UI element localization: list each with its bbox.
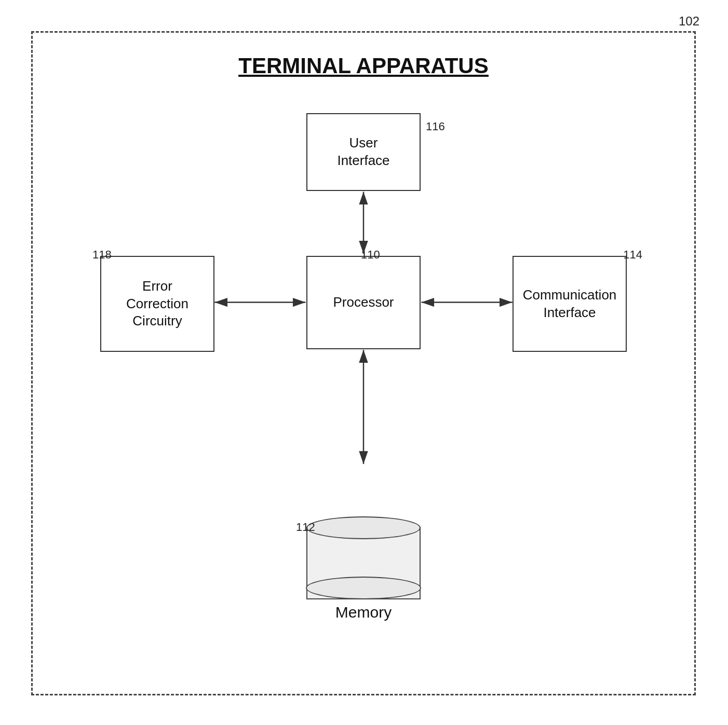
processor-block: Processor <box>306 256 421 349</box>
user-interface-block: UserInterface <box>306 113 421 191</box>
memory-cylinder <box>306 516 421 599</box>
cylinder-bottom <box>306 577 421 599</box>
ref-114: 114 <box>623 248 642 262</box>
memory-label: Memory <box>335 604 392 621</box>
ref-116: 116 <box>426 120 445 133</box>
ref-118: 118 <box>92 248 112 262</box>
ref-102: 102 <box>679 14 699 29</box>
error-correction-block: ErrorCorrectionCircuitry <box>100 256 214 352</box>
diagram-container: 102 TERMINAL APPARATUS UserInterface 116… <box>31 31 696 695</box>
ref-110: 110 <box>361 248 380 262</box>
diagram-title: TERMINAL APPARATUS <box>238 53 488 78</box>
ref-112: 112 <box>296 521 315 534</box>
memory-block: Memory <box>306 516 421 621</box>
title-text: TERMINAL APPARATUS <box>238 53 488 78</box>
cylinder-top <box>306 516 421 539</box>
communication-interface-label: CommunicationInterface <box>523 286 617 322</box>
communication-interface-block: CommunicationInterface <box>513 256 627 352</box>
error-correction-label: ErrorCorrectionCircuitry <box>126 278 188 330</box>
user-interface-label: UserInterface <box>337 134 389 170</box>
processor-label: Processor <box>333 294 394 311</box>
